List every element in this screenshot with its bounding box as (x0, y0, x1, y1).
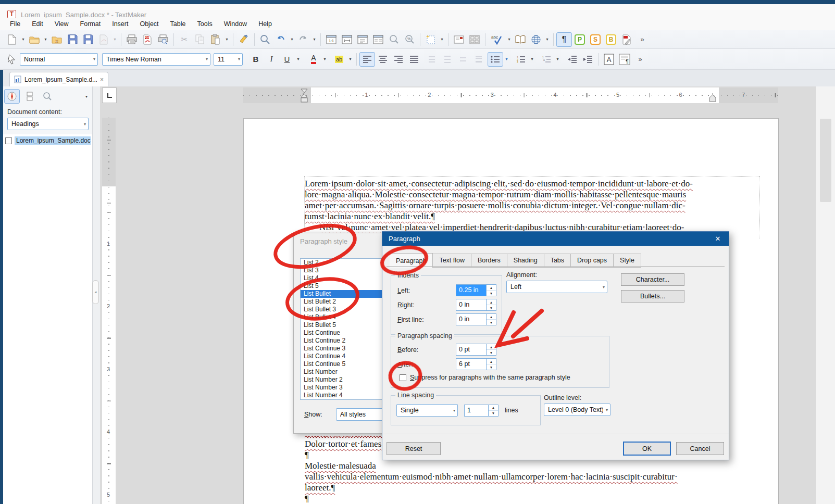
document-line[interactable]: tumst·lacinia·nunc·ex·blandit·velit.¶ (305, 211, 761, 222)
web-research-button[interactable] (528, 32, 544, 47)
numbered-list-dropdown[interactable]: ▾ (529, 52, 535, 67)
presentations-badge-button[interactable]: S (588, 32, 603, 47)
select-mode-button[interactable] (4, 52, 20, 67)
revert-button[interactable] (96, 32, 111, 47)
insert-frame-button[interactable] (423, 32, 439, 47)
horizontal-ruler[interactable]: 1234567 (243, 87, 778, 103)
spin-up-icon[interactable]: ▲ (487, 344, 496, 350)
spinner-buttons[interactable]: ▲▼ (486, 299, 496, 310)
sidebar-collapse-handle[interactable]: ◂ (92, 280, 99, 304)
spinner-buttons[interactable]: ▲▼ (488, 405, 498, 416)
spin-up-icon[interactable]: ▲ (487, 285, 496, 291)
spinner-buttons[interactable]: ▲▼ (486, 314, 496, 325)
sidebar-panels-button[interactable] (22, 89, 38, 104)
left-indent-value[interactable]: 0.25 in (456, 285, 486, 296)
font-color-button[interactable]: A (306, 52, 321, 67)
tab-stop-selector[interactable] (102, 87, 117, 103)
cancel-button[interactable]: Cancel (676, 442, 724, 455)
dialog-tab[interactable]: Text flow (433, 254, 471, 268)
highlight-dropdown[interactable]: ▾ (347, 52, 354, 67)
basic-badge-button[interactable]: B (603, 32, 619, 47)
content-selector-combo[interactable]: Headings▾ (7, 118, 89, 130)
spell-check-button[interactable]: abc (488, 32, 506, 47)
export-pdf-button[interactable]: PDF (140, 32, 155, 47)
undo-dropdown[interactable]: ▾ (289, 32, 295, 47)
line-spacing-value[interactable]: 1 (465, 405, 488, 416)
paragraph-settings-button[interactable]: ¶ (617, 52, 632, 67)
document-line[interactable]: amet·per·accumsan.·Sagittis·ornare·turpi… (305, 200, 761, 211)
zoom-magnifier-button[interactable] (386, 32, 402, 47)
menu-item[interactable]: Window (219, 19, 252, 29)
outline-list-dropdown[interactable]: ▾ (554, 52, 561, 67)
right-indent-field[interactable]: 0 in▲▼ (456, 299, 496, 311)
bullet-list-button[interactable] (488, 52, 503, 67)
close-document-button[interactable]: x (49, 32, 65, 47)
spell-check-dropdown[interactable]: ▾ (506, 32, 513, 47)
numbered-list-button[interactable]: 123 (513, 52, 529, 67)
after-spacing-value[interactable]: 6 pt (456, 359, 486, 370)
bold-button[interactable]: B (248, 52, 264, 67)
vertical-ruler[interactable]: 12345 (102, 118, 116, 504)
right-indent-marker[interactable] (708, 94, 717, 103)
document-line[interactable]: lore·magna·aliqua.·Molestie·consectetur·… (305, 190, 761, 200)
text-frame-button[interactable]: A (601, 52, 617, 67)
right-indent-value[interactable]: 0 in (456, 299, 486, 310)
content-list-item[interactable]: Lorem_ipsum_Sample.doc (5, 136, 91, 145)
revert-dropdown[interactable]: ▾ (111, 32, 118, 47)
menu-item[interactable]: File (5, 19, 25, 29)
search-button[interactable] (257, 32, 273, 47)
dialog-tab[interactable]: Borders (471, 254, 507, 268)
tab-close-icon[interactable]: × (100, 76, 104, 83)
font-size-combo[interactable]: 11▾ (214, 53, 243, 66)
document-line[interactable]: Molestie·malesuada (305, 461, 761, 471)
menu-item[interactable]: View (50, 19, 73, 29)
paste-dropdown[interactable]: ▾ (223, 32, 230, 47)
copy-button[interactable] (192, 32, 208, 47)
font-color-dropdown[interactable]: ▾ (321, 52, 328, 67)
menu-item[interactable]: Tools (192, 19, 217, 29)
dialog-tab[interactable]: Tabs (544, 254, 571, 268)
left-indent-field[interactable]: 0.25 in▲▼ (456, 284, 496, 296)
spin-down-icon[interactable]: ▼ (489, 411, 498, 416)
menu-item[interactable]: Table (166, 19, 191, 29)
character-button[interactable]: Character... (621, 273, 684, 286)
bullets-button[interactable]: Bullets... (621, 290, 684, 303)
new-document-button[interactable] (4, 32, 20, 47)
menu-item[interactable]: Object (135, 19, 163, 29)
decrease-indent-button[interactable] (564, 52, 580, 67)
document-line[interactable]: laoreet.¶ (305, 483, 761, 493)
pdf-edit-button[interactable] (619, 32, 634, 47)
document-line[interactable]: Lorem·ipsum·dolor·sit·amet,·consectetur·… (305, 179, 761, 189)
dialog-tab[interactable]: Drop caps (571, 254, 614, 268)
print-preview-button[interactable] (155, 32, 171, 47)
spin-down-icon[interactable]: ▼ (487, 291, 496, 296)
align-right-button[interactable] (391, 52, 406, 67)
thesaurus-button[interactable] (513, 32, 528, 47)
menu-item[interactable]: Help (254, 19, 277, 29)
document-tab[interactable]: Lorem_ipsum_Sample.d... × (9, 72, 108, 86)
single-page-view-button[interactable] (355, 32, 370, 47)
menu-item[interactable]: Insert (107, 19, 133, 29)
reset-button[interactable]: Reset (387, 442, 441, 455)
zoom-actual-button[interactable]: 1:1 (323, 32, 339, 47)
sidebar-options-dropdown[interactable]: ▾ (85, 94, 88, 99)
paragraph-spacing-button[interactable] (472, 52, 488, 67)
align-center-button[interactable] (375, 52, 391, 67)
spinner-buttons[interactable]: ▲▼ (486, 285, 496, 296)
document-line[interactable]: vallis·vehicula·elementum·euismod·nibh·a… (305, 472, 761, 482)
spinner-buttons[interactable]: ▲▼ (486, 344, 496, 355)
save-all-button[interactable] (80, 32, 96, 47)
spin-down-icon[interactable]: ▼ (487, 364, 496, 370)
first-line-indent-field[interactable]: 0 in▲▼ (456, 313, 496, 325)
menu-item[interactable]: Format (76, 19, 106, 29)
web-research-dropdown[interactable]: ▾ (544, 32, 551, 47)
after-spacing-field[interactable]: 6 pt▲▼ (456, 358, 496, 370)
spinner-buttons[interactable]: ▲▼ (486, 359, 496, 370)
line-spacing-15-button[interactable] (441, 52, 456, 67)
dialog-tab[interactable]: Style (614, 254, 641, 268)
underline-button[interactable]: U (279, 52, 295, 67)
toolbar1-overflow-button[interactable]: » (634, 32, 650, 47)
align-justify-button[interactable] (406, 52, 422, 67)
sidebar-search-button[interactable] (40, 89, 55, 104)
line-spacing-1-button[interactable] (425, 52, 441, 67)
